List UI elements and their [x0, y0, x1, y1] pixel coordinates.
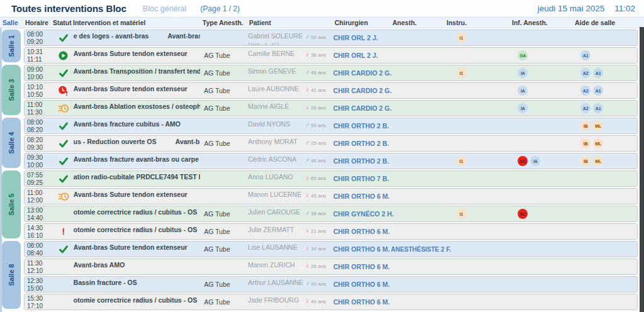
- anesth-cell: ANESTHÉSISTE 2 F.: [391, 242, 444, 257]
- anesth-cell: [391, 118, 444, 133]
- end-time: 11:11: [27, 56, 53, 64]
- col-patient[interactable]: Patient: [248, 19, 333, 26]
- salle-tab[interactable]: Salle 8: [2, 241, 21, 309]
- end-time: 08:20: [27, 126, 53, 134]
- salle-tab[interactable]: Salle 4: [2, 118, 21, 168]
- intervention-row[interactable]: 09:30 10:00 Avant-bras fracture avant-br…: [24, 153, 638, 169]
- intervention-cell: Avant-bras Suture tendon extenseur: [74, 48, 201, 63]
- intervention-row[interactable]: 09:00 10:00 Avant-bras Transposition / t…: [24, 65, 638, 81]
- inf-anesth-cell: [501, 242, 567, 257]
- patient-cell: Anna LUGANO ♀60 ans: [248, 171, 333, 186]
- col-anesth[interactable]: Anesth.: [391, 19, 444, 26]
- intervention-row[interactable]: 08:00 09:20 e des loges - avant-bras Ava…: [24, 30, 638, 46]
- chirurgien-cell: CHIR ORL 2 J.: [333, 30, 391, 45]
- col-instru[interactable]: Instru.: [444, 19, 502, 26]
- staff-badge-i1[interactable]: I1: [457, 209, 467, 219]
- inf-anesth-cell: SC: [501, 206, 567, 221]
- staff-badge-i1[interactable]: I1: [457, 156, 467, 166]
- staff-badge-ia[interactable]: IA: [530, 156, 540, 166]
- intervention-label: Avant-bras Transposition / transfert ten…: [74, 67, 201, 81]
- salle-group: Salle 1 08:00 09:20 e des loges - avant-…: [0, 30, 644, 64]
- salle-tab[interactable]: Salle 1: [2, 30, 21, 62]
- aide-de-salle-cell: A2A1: [567, 101, 637, 116]
- staff-badge-ml[interactable]: ML: [593, 156, 603, 166]
- female-icon: ♀: [305, 104, 309, 111]
- staff-badge-sc[interactable]: SC: [518, 209, 528, 219]
- staff-badge-a1[interactable]: A1: [593, 68, 603, 78]
- intervention-row[interactable]: 15:30 17:10 otomie correctrice radius / …: [24, 294, 638, 310]
- aide-de-salle-cell: IBML: [567, 118, 637, 133]
- chirurgien-cell: CHIR ORTHO 6 M.: [333, 259, 391, 274]
- patient-meta: ♂20 ans: [305, 279, 326, 292]
- staff-badge-ia[interactable]: IA: [518, 103, 528, 113]
- instru-cell: [444, 189, 502, 204]
- col-type-anesth[interactable]: Type Anesth.: [200, 19, 248, 26]
- intervention-row[interactable]: 10:10 10:50 Avant-bras Suture tendon ext…: [24, 82, 638, 99]
- intervention-row[interactable]: 13:00 14:40 otomie correctrice radius / …: [24, 206, 638, 222]
- staff-badge-ia[interactable]: IA: [518, 68, 528, 78]
- col-aide-de-salle[interactable]: Aide de salle: [567, 19, 638, 26]
- staff-badge-a2[interactable]: A2: [580, 68, 591, 78]
- salle-rows: 08:00 09:20 e des loges - avant-bras Ava…: [24, 30, 644, 64]
- patient-name: Julien CAROUGE: [248, 209, 305, 216]
- salle-label: Salle 3: [8, 79, 15, 101]
- patient-name-block: Jade FRIBOURG: [248, 297, 305, 309]
- salle-tab[interactable]: Salle 5: [2, 170, 21, 238]
- end-time: 09:30: [27, 144, 53, 152]
- staff-badge-ia[interactable]: IA: [518, 86, 528, 96]
- intervention-row[interactable]: 07:55 09:25 ation radio-cubitale PRDCLE7…: [24, 170, 638, 187]
- col-intervention[interactable]: Intervention et matériel: [73, 19, 200, 26]
- staff-badge-ib[interactable]: IB: [580, 156, 591, 166]
- chirurgien-cell: CHIR ORTHO 6 M.: [333, 242, 391, 257]
- col-horaire[interactable]: Horaire: [24, 19, 53, 26]
- staff-badge-a1[interactable]: A1: [580, 50, 591, 60]
- patient-cell: Cédric ASCONA ♂46 ans: [248, 153, 333, 169]
- type-anesth-cell: AG Tube: [200, 83, 248, 98]
- start-time: 09:00: [27, 66, 53, 74]
- start-time: 11:30: [27, 260, 53, 267]
- staff-badge-a1[interactable]: A1: [593, 103, 603, 113]
- intervention-row[interactable]: 11:30 12:10 Avant-bras AMO Manon ZURICH …: [24, 259, 638, 275]
- intervention-row[interactable]: 10:31 11:11 Avant-bras Suture tendon ext…: [24, 47, 638, 64]
- tab-bloc-general[interactable]: Bloc général: [143, 4, 187, 13]
- horaire-cell: 10:10 10:50: [25, 83, 53, 98]
- intervention-row[interactable]: 08:00 08:20 Avant-bras fracture cubitus …: [24, 118, 638, 134]
- col-salle[interactable]: Salle: [0, 19, 24, 26]
- staff-badge-sc[interactable]: SC: [518, 156, 528, 166]
- instru-cell: I1: [444, 65, 502, 81]
- col-statut[interactable]: Statut: [53, 19, 73, 26]
- col-inf-anesth[interactable]: Inf. Anesth.: [502, 19, 567, 26]
- intervention-row[interactable]: 11:00 12:00 Avant-bras Suture tendon ext…: [24, 188, 638, 204]
- salle-group: Salle 8 08:00 08:40 Avant-bras Suture te…: [0, 241, 644, 310]
- staff-badge-a1[interactable]: A1: [593, 86, 603, 96]
- intervention-row[interactable]: 12:30 15:00 Bassin fracture - OS AG Tube…: [24, 276, 638, 292]
- staff-badge-i1[interactable]: I1: [457, 33, 467, 43]
- intervention-row[interactable]: 11:00 11:30 Avant-bras Ablation exostose…: [24, 100, 638, 116]
- staff-badge-a2[interactable]: A2: [580, 103, 591, 113]
- staff-badge-i1[interactable]: I1: [457, 68, 467, 78]
- intervention-label: ation radio-cubitale PRDCLE7494 TEST RAP…: [74, 173, 201, 186]
- col-chirurgien[interactable]: Chirurgien: [333, 19, 391, 26]
- intervention-row[interactable]: 08:20 09:30 us - Reduction ouverte OS Av…: [24, 135, 638, 152]
- instru-cell: I1: [444, 206, 502, 221]
- intervention-cell: otomie correctrice radius / cubitus - OS…: [74, 294, 201, 309]
- salle-label: Salle 8: [8, 264, 15, 286]
- patient-cell: Julien CAROUGE ♂38 ans: [248, 206, 333, 221]
- staff-badge-ga[interactable]: GA: [518, 50, 528, 60]
- intervention-label: Avant-bras fracture avant-bras ou carpe …: [74, 155, 201, 169]
- intervention-row[interactable]: 08:00 08:40 Avant-bras Suture tendon ext…: [24, 241, 638, 257]
- end-time: 10:50: [27, 91, 53, 99]
- type-anesth-cell: AG Tube: [200, 277, 248, 292]
- aide-de-salle-cell: IBML: [567, 136, 637, 151]
- vertical-scrollbar[interactable]: [640, 27, 644, 312]
- patient-name: Manon ZURICH: [248, 262, 305, 269]
- staff-badge-a2[interactable]: A2: [580, 86, 591, 96]
- staff-badge-ib[interactable]: IB: [580, 138, 591, 148]
- staff-badge-ml[interactable]: ML: [593, 121, 603, 131]
- status-done-icon: [53, 30, 74, 45]
- salle-tab[interactable]: Salle 3: [2, 65, 21, 115]
- start-time: 13:00: [27, 207, 53, 214]
- intervention-row[interactable]: 14:30 16:10 ! otomie correctrice radius …: [24, 223, 638, 240]
- staff-badge-ml[interactable]: ML: [593, 138, 603, 148]
- staff-badge-ib[interactable]: IB: [580, 121, 591, 131]
